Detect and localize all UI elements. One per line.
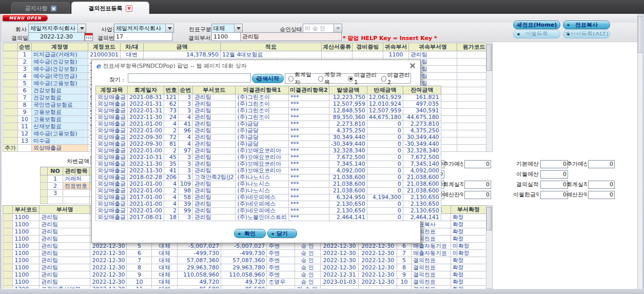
cell[interactable] [63,197,90,204]
dialog-title-bar[interactable]: e 전표세부항목(SPNDCDPop) 팝업 -- 웹 페이지 대화 상자 [92,60,420,71]
cell[interactable]: 21,038,600 [403,174,441,181]
cell[interactable]: 관리팀 [409,51,457,58]
cell[interactable]: 관리팀 [40,279,90,286]
cell[interactable]: 3 [18,66,32,73]
cell[interactable]: 29,963,780 [178,264,221,271]
budget-field-value[interactable]: 0 [464,181,491,189]
cell[interactable]: 외상매출금 [96,94,128,101]
cell[interactable]: 6,324,950 [329,194,367,201]
chevron-down-icon[interactable] [234,24,242,32]
cell[interactable]: 3 [178,214,192,221]
cell[interactable]: 관리팀 [40,250,90,257]
cell[interactable]: 32,328,340 [403,148,441,154]
cell[interactable]: 미수금 [32,138,88,145]
cell[interactable]: 2022-09-30 [128,134,164,141]
cell[interactable]: 외상매출금 [96,154,128,161]
cell[interactable]: 3 [178,154,192,161]
cell[interactable]: 관리팀 [192,141,236,148]
cell[interactable]: 1100 [13,271,40,279]
cell[interactable]: 관리팀 [192,108,236,114]
cell[interactable]: 4 [164,194,178,201]
cell[interactable]: 관리팀 [192,201,236,208]
main-grid-scrollbar[interactable] [486,43,493,152]
cell[interactable]: 조영우 [267,279,295,286]
close-button[interactable]: 닫기 [267,229,297,238]
cell[interactable]: 관리팀 [192,194,236,201]
copy-slip-button[interactable]: 전표복사 [563,21,610,29]
cell[interactable]: 2022-12-30 [90,264,127,271]
calendar-icon[interactable] [85,33,93,41]
cell[interactable] [41,183,48,190]
cell[interactable]: 확정 [451,221,486,228]
budget-field-value[interactable]: 0 [464,160,491,168]
cell[interactable]: 96 [178,128,192,134]
cell[interactable]: 2022-10-31 [128,154,164,161]
cell[interactable]: 고객만족2팀(J2 [192,174,236,181]
cell[interactable]: 0 [367,134,403,141]
cell[interactable]: 외상매출금 [96,168,128,174]
cell[interactable]: 2022-12-30 [90,286,127,289]
cell[interactable]: 4,375,250 [329,128,367,134]
cell[interactable] [3,138,18,145]
table-row[interactable]: 1100관리팀2022-12-306대체-499,730-499,730주엔승 … [3,250,486,257]
chevron-down-icon[interactable] [165,24,173,32]
cell[interactable]: 확정 [451,257,486,264]
bottom-grid-scrollbar[interactable] [486,205,493,289]
cell[interactable]: 대체 [152,271,178,279]
cell[interactable]: 관리팀 [192,214,236,221]
cell[interactable]: 2022-12-30 [359,257,397,264]
cell[interactable]: 12월 4대보험료 [221,51,322,58]
cell[interactable]: (주)꼬매요코리아 [236,161,289,168]
cell[interactable]: 12,848,550 [329,108,367,114]
table-row[interactable]: 외상매출금2022-01-31623관리팀(주)그린조이***12,507,95… [96,101,441,108]
cell[interactable]: 5 [397,257,412,264]
cell[interactable]: 대체 [152,279,178,286]
cell[interactable]: 62 [164,101,178,108]
table-row[interactable]: 외상매출금2022-09-30814관리팀(주)금담***-30,349,440… [96,141,441,148]
budget-field-value[interactable]: 0 [540,181,568,189]
cell[interactable]: 관리팀 [192,148,236,154]
cell[interactable]: 12,061,929 [367,94,403,101]
cell[interactable]: 1100 [13,250,40,257]
cell[interactable]: 206 [164,174,178,181]
cell[interactable]: 9 [127,271,152,279]
cell[interactable] [3,228,13,236]
cell[interactable]: 1100 [13,264,40,271]
cell[interactable]: 3 [178,168,192,174]
cell[interactable]: 2,130,650 [403,201,441,208]
cell[interactable]: 4,194,300 [367,194,403,201]
cell[interactable]: 관리팀 [40,228,90,236]
cell[interactable]: 2 [164,128,178,134]
cell[interactable] [3,58,18,66]
table-row[interactable]: 1미지급금(거래처)21000301대변14,378,95012월 4대보험료1… [3,51,491,58]
cell[interactable]: 예수금(고용보험) [32,130,88,138]
cell[interactable]: 확정 [451,236,486,243]
cell[interactable]: 30,349,440 [329,134,367,141]
cell[interactable]: 2017-01-00 [128,194,164,201]
cell[interactable]: (주)네오피에스 [236,208,289,214]
cell[interactable]: (주)나노시스 [236,188,289,194]
cell[interactable]: 2022-11-30 [128,161,164,168]
cell[interactable]: 매출자동기표 [412,243,451,250]
cell[interactable]: 산재보험료 [32,123,88,130]
cell[interactable]: 승 인 [295,250,320,257]
cell[interactable]: 58 [178,194,192,201]
cell[interactable]: 2022-12-30 [359,250,397,257]
cell[interactable] [3,257,13,264]
cell[interactable]: 2022-01-31 [128,101,164,108]
cell[interactable]: (주)그린조이 [236,108,289,114]
cell[interactable]: 6 [397,243,412,250]
cell[interactable]: 관리팀 [40,236,90,243]
table-row[interactable]: 외상매출금2022-01-31733관리팀(주)그린조이***12,848,55… [96,108,441,114]
site-select[interactable]: 제일저지주식회사 [114,24,174,33]
cell[interactable]: 2022-01-00 [128,128,164,134]
budget-field-value[interactable]: 0 [588,181,615,189]
cell[interactable]: 109 [178,181,192,188]
cell[interactable]: 2 [164,188,178,194]
cell[interactable]: 7 [397,250,412,257]
cell[interactable]: 11 [18,123,32,130]
cell[interactable]: 대체 [152,257,178,264]
budget-field-value[interactable]: 0 [540,170,568,179]
cell[interactable]: 관리팀 [40,214,90,221]
cell[interactable]: 0 [367,181,403,188]
